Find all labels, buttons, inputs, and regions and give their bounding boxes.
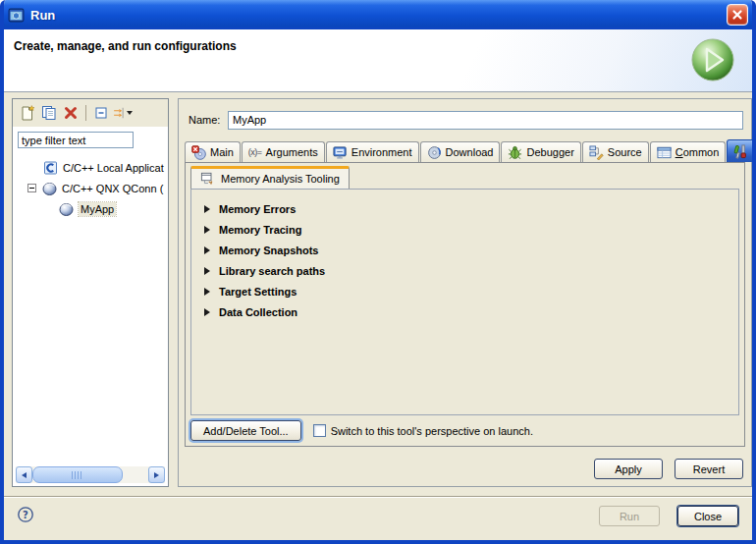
tab-label: Arguments bbox=[266, 146, 318, 158]
switch-perspective-label: Switch to this tool's perspective on lau… bbox=[331, 425, 533, 437]
toolbar-separator bbox=[85, 105, 86, 121]
tab-common[interactable]: Common bbox=[650, 141, 727, 162]
configurations-tree: C/C++ Local Applicat C/C++ QNX QConn ( M… bbox=[13, 157, 168, 219]
expand-triangle-icon bbox=[204, 267, 210, 275]
common-icon bbox=[657, 145, 672, 160]
filter-button[interactable] bbox=[112, 102, 134, 124]
tab-label: Debugger bbox=[526, 146, 573, 158]
tab-tools[interactable]: Tools bbox=[727, 139, 756, 162]
new-configuration-button[interactable] bbox=[17, 102, 38, 124]
window-title: Run bbox=[30, 8, 727, 23]
tab-debugger[interactable]: Debugger bbox=[501, 141, 580, 162]
collapse-all-button[interactable] bbox=[90, 102, 112, 124]
chevron-right-icon bbox=[154, 472, 159, 478]
arguments-icon: (x)= bbox=[248, 147, 262, 157]
section-label: Memory Errors bbox=[219, 203, 296, 215]
header-subtitle: Create, manage, and run configurations bbox=[14, 39, 237, 53]
expand-triangle-icon bbox=[204, 246, 210, 254]
run-button[interactable]: Run bbox=[599, 506, 660, 526]
svg-text:?: ? bbox=[23, 510, 28, 520]
apply-revert-row: Apply Revert bbox=[594, 459, 743, 479]
footer-buttons: Run Close bbox=[599, 506, 738, 526]
horizontal-scrollbar[interactable] bbox=[16, 466, 165, 483]
download-icon bbox=[427, 145, 442, 160]
tree-item-cpp-local-application[interactable]: C/C++ Local Applicat bbox=[13, 157, 168, 178]
run-dialog-icon bbox=[8, 7, 25, 24]
section-memory-errors[interactable]: Memory Errors bbox=[191, 198, 738, 219]
tree-item-myapp[interactable]: MyApp bbox=[13, 198, 168, 219]
apply-button[interactable]: Apply bbox=[594, 459, 663, 479]
section-label: Data Collection bbox=[219, 306, 297, 318]
c-application-icon bbox=[42, 160, 59, 176]
tree-item-label: C/C++ QNX QConn ( bbox=[62, 183, 163, 194]
collapse-all-icon bbox=[93, 105, 109, 121]
expand-triangle-icon bbox=[204, 205, 210, 213]
name-input[interactable] bbox=[228, 111, 743, 130]
dropdown-arrow-icon bbox=[127, 111, 133, 115]
expand-triangle-icon bbox=[204, 226, 210, 234]
tool-actions-row: Add/Delete Tool... Switch to this tool's… bbox=[190, 420, 533, 441]
source-icon bbox=[589, 145, 604, 160]
memory-analysis-icon bbox=[200, 172, 215, 186]
section-library-search-paths[interactable]: Library search paths bbox=[191, 260, 738, 281]
configuration-editor-panel: Name: Main (x)= Arguments bbox=[178, 98, 752, 487]
expand-triangle-icon bbox=[204, 308, 210, 316]
section-label: Library search paths bbox=[219, 265, 325, 277]
tab-label: Source bbox=[608, 146, 642, 158]
help-icon[interactable]: ? bbox=[17, 506, 34, 523]
tab-label: Download bbox=[446, 146, 494, 158]
inner-tab-label: Memory Analysis Tooling bbox=[221, 173, 340, 185]
expand-triangle-icon bbox=[204, 288, 210, 296]
configurations-sidebar: C/C++ Local Applicat C/C++ QNX QConn ( M… bbox=[12, 98, 169, 487]
section-label: Memory Snapshots bbox=[219, 245, 318, 256]
filter-icon bbox=[113, 105, 125, 121]
tab-main[interactable]: Main bbox=[185, 141, 241, 162]
titlebar[interactable]: Run bbox=[0, 0, 756, 29]
memory-analysis-tooling-tab[interactable]: Memory Analysis Tooling bbox=[190, 166, 350, 189]
chevron-left-icon bbox=[22, 472, 27, 478]
add-delete-tool-button[interactable]: Add/Delete Tool... bbox=[190, 420, 301, 441]
filter-input[interactable] bbox=[18, 132, 134, 148]
scroll-left-button[interactable] bbox=[16, 466, 32, 483]
scroll-right-button[interactable] bbox=[148, 466, 165, 483]
tab-environment[interactable]: Environment bbox=[326, 141, 419, 162]
name-label: Name: bbox=[189, 114, 228, 126]
tab-source[interactable]: Source bbox=[582, 141, 649, 162]
close-button[interactable] bbox=[727, 4, 748, 26]
tab-label: Common bbox=[675, 146, 720, 158]
section-target-settings[interactable]: Target Settings bbox=[191, 281, 738, 301]
tab-label: Tools bbox=[752, 145, 756, 157]
tab-label: Main bbox=[210, 146, 234, 158]
sidebar-toolbar bbox=[13, 99, 168, 127]
close-dialog-button[interactable]: Close bbox=[677, 506, 738, 526]
scrollbar-track[interactable] bbox=[123, 466, 148, 483]
run-dialog-window: Run Create, manage, and run configuratio… bbox=[0, 0, 756, 544]
tree-item-cpp-qnx-qconn[interactable]: C/C++ QNX QConn ( bbox=[13, 178, 168, 198]
configuration-tabbar: Main (x)= Arguments Environment bbox=[185, 138, 745, 162]
section-memory-snapshots[interactable]: Memory Snapshots bbox=[191, 240, 738, 260]
delete-configuration-button[interactable] bbox=[60, 102, 81, 124]
duplicate-config-icon bbox=[41, 105, 57, 121]
tab-label: Environment bbox=[351, 146, 412, 158]
new-config-icon bbox=[20, 105, 35, 121]
section-data-collection[interactable]: Data Collection bbox=[191, 301, 738, 322]
revert-button[interactable]: Revert bbox=[675, 459, 743, 479]
scrollbar-thumb[interactable] bbox=[32, 466, 123, 483]
delete-icon bbox=[63, 105, 79, 121]
section-label: Memory Tracing bbox=[219, 224, 301, 236]
tab-arguments[interactable]: (x)= Arguments bbox=[242, 141, 325, 162]
switch-perspective-checkbox[interactable] bbox=[313, 424, 326, 437]
collapse-expander-icon[interactable] bbox=[27, 184, 36, 192]
qnx-target-icon bbox=[41, 181, 58, 196]
qnx-target-icon bbox=[58, 201, 75, 217]
tree-item-label: C/C++ Local Applicat bbox=[63, 162, 164, 174]
header-banner: Create, manage, and run configurations bbox=[4, 29, 752, 92]
section-memory-tracing[interactable]: Memory Tracing bbox=[191, 219, 738, 240]
green-play-sphere-icon bbox=[689, 36, 736, 83]
duplicate-configuration-button[interactable] bbox=[38, 102, 60, 124]
tree-item-label-selected: MyApp bbox=[79, 202, 116, 216]
main-icon bbox=[191, 145, 206, 160]
tab-download[interactable]: Download bbox=[420, 141, 501, 162]
environment-icon bbox=[333, 145, 348, 160]
footer-bar: ? Run Close bbox=[4, 495, 752, 540]
